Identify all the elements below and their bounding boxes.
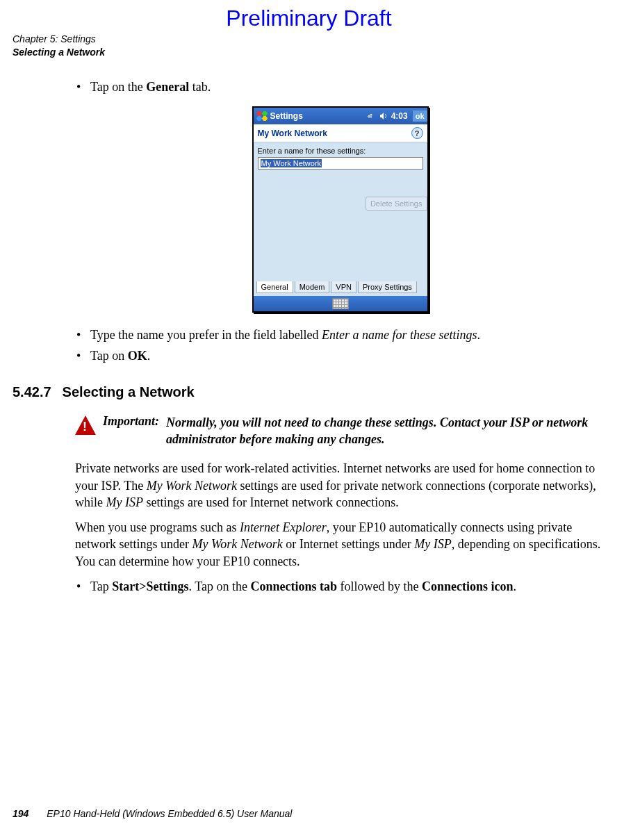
text: When you use programs such as [75, 520, 240, 534]
section-heading: 5.42.7 Selecting a Network [13, 384, 605, 400]
bold-text: OK [128, 349, 147, 363]
settings-name-label: Enter a name for these settings: [258, 147, 423, 155]
body-paragraph: When you use programs such as Internet E… [75, 519, 605, 570]
tab-vpn[interactable]: VPN [331, 281, 356, 293]
delete-settings-button: Delete Settings [366, 197, 427, 211]
bullet-item: Tap on OK. [90, 347, 605, 364]
settings-name-input[interactable]: My Work Network [258, 157, 423, 170]
text: or Internet settings under [283, 537, 414, 551]
important-text: Normally, you will not need to change th… [166, 414, 605, 448]
italic-text: Internet Explorer [240, 520, 327, 534]
italic-text: My ISP [106, 495, 143, 509]
bullet-item: Type the name you prefer in the field la… [90, 327, 605, 343]
ok-button[interactable]: ok [412, 110, 427, 122]
warning-icon [75, 415, 96, 435]
text: . Tap on the [188, 579, 250, 593]
start-flag-icon[interactable] [256, 111, 268, 121]
connectivity-icon[interactable] [366, 111, 376, 121]
bold-text: Start>Settings [112, 579, 188, 593]
section-title: Selecting a Network [63, 384, 195, 400]
text: Type the name you prefer in the field la… [90, 328, 322, 342]
bullet-list-3: Tap Start>Settings. Tap on the Connectio… [75, 578, 605, 595]
text: Tap [90, 579, 112, 593]
chapter-header: Chapter 5: Settings Selecting a Network [13, 33, 605, 59]
chapter-line: Chapter 5: Settings [13, 33, 605, 46]
italic-text: Enter a name for these settings [322, 328, 477, 342]
device-frame: Settings 4:03 ok My Work Network ? Enter… [252, 106, 429, 313]
clock-time: 4:03 [391, 111, 408, 121]
device-tabs: General Modem VPN Proxy Settings [254, 281, 427, 296]
titlebar-title: Settings [270, 111, 303, 121]
device-bottom-bar [254, 296, 427, 311]
text: settings are used for Internet network c… [143, 495, 399, 509]
preliminary-draft-header: Preliminary Draft [13, 6, 605, 31]
text: followed by the [337, 579, 422, 593]
device-titlebar: Settings 4:03 ok [254, 108, 427, 124]
italic-text: My Work Network [147, 479, 237, 493]
device-subheader: My Work Network ? [254, 124, 427, 142]
bullet-item: Tap Start>Settings. Tap on the Connectio… [90, 578, 605, 595]
tab-modem[interactable]: Modem [295, 281, 330, 293]
text: . [147, 349, 151, 363]
body-paragraph: Private networks are used for work-relat… [75, 460, 605, 511]
text: tab. [189, 80, 211, 94]
italic-text: My Work Network [192, 537, 282, 551]
main-content: Tap on the General tab. Settings 4:03 ok… [75, 79, 605, 365]
text: Tap on [90, 349, 128, 363]
input-value: My Work Network [261, 159, 322, 167]
bullet-list-2: Type the name you prefer in the field la… [75, 327, 605, 365]
bold-text: Connections tab [250, 579, 337, 593]
bold-text: Connections icon [422, 579, 514, 593]
important-note: Important: Normally, you will not need t… [75, 414, 605, 448]
text: . [477, 328, 481, 342]
volume-icon[interactable] [379, 111, 388, 121]
bullet-list-1: Tap on the General tab. [75, 79, 605, 95]
section-number: 5.42.7 [13, 384, 51, 400]
keyboard-icon[interactable] [332, 298, 349, 309]
device-screenshot: Settings 4:03 ok My Work Network ? Enter… [75, 106, 605, 313]
tab-proxy[interactable]: Proxy Settings [358, 281, 417, 293]
text: . [513, 579, 516, 593]
bullet-item: Tap on the General tab. [90, 79, 605, 95]
tab-general[interactable]: General [256, 281, 293, 293]
subheader-title: My Work Network [258, 129, 327, 138]
italic-text: My ISP [414, 537, 451, 551]
bold-text: General [146, 80, 189, 94]
chapter-subline: Selecting a Network [13, 46, 605, 59]
help-icon[interactable]: ? [411, 127, 423, 139]
device-body: Enter a name for these settings: My Work… [254, 142, 427, 281]
text: Tap on the [90, 80, 146, 94]
important-label: Important: [103, 414, 159, 448]
